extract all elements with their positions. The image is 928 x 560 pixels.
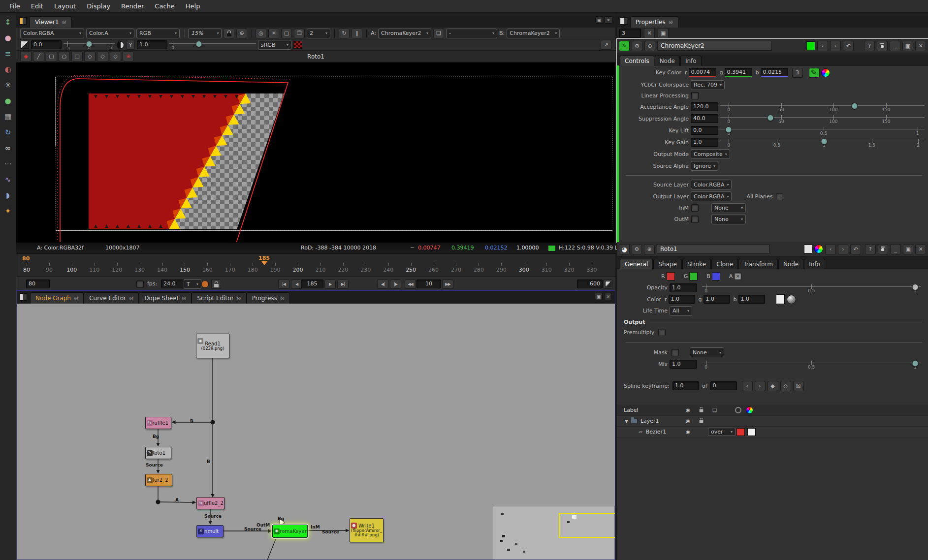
show-overlay-icon[interactable]: ▢ xyxy=(281,29,292,38)
downrez-dropdown[interactable]: 2▾ xyxy=(307,29,330,38)
pick-color-icon[interactable]: ✎ xyxy=(809,68,820,78)
prev-node-icon[interactable]: ‹ xyxy=(825,244,836,254)
source-alpha-dropdown[interactable]: Ignore▾ xyxy=(691,161,718,171)
red-channel-swatch[interactable] xyxy=(667,272,675,280)
close-icon[interactable]: ⊗ xyxy=(74,295,78,302)
close-icon[interactable]: ⊗ xyxy=(669,19,673,26)
viewer-settings-icon[interactable]: ✳ xyxy=(268,29,279,38)
key-color-b-field[interactable]: 0.0215 xyxy=(761,68,788,77)
set-spline-key-button[interactable]: ◆ xyxy=(768,381,778,391)
menu-edit[interactable]: Edit xyxy=(26,1,49,11)
close-icon[interactable]: ⊗ xyxy=(280,295,285,302)
clear-spline-key-button[interactable]: ◇ xyxy=(780,381,791,391)
all-planes-checkbox[interactable] xyxy=(776,193,783,200)
viewer-lut-dropdown[interactable]: sRGB▾ xyxy=(258,40,291,50)
slider-handle[interactable] xyxy=(726,126,732,133)
node-name-field[interactable]: ChromaKeyer2 xyxy=(657,41,772,51)
outm-checkbox[interactable] xyxy=(691,216,699,223)
expander-icon[interactable]: ▼ xyxy=(625,419,628,424)
outm-dropdown[interactable]: None▾ xyxy=(711,215,746,224)
node-unmult[interactable]: ×unmult xyxy=(196,525,224,537)
color-tools-icon[interactable]: ◐ xyxy=(1,63,14,75)
color-mode-button[interactable]: 3 xyxy=(792,68,803,78)
delete-spline-keys-button[interactable]: ☒ xyxy=(793,381,804,391)
dot-node[interactable] xyxy=(211,420,215,425)
tab-info[interactable]: Info xyxy=(680,56,702,66)
close-icon[interactable]: ⊗ xyxy=(129,295,133,302)
tab-viewer1[interactable]: Viewer1 ⊗ xyxy=(30,16,72,28)
tab-node-graph[interactable]: Node Graph⊗ xyxy=(30,292,84,304)
mask-dropdown[interactable]: None▾ xyxy=(690,347,724,357)
node-write1[interactable]: ●Write1(flipperAmiror_####.png) xyxy=(350,518,384,542)
tab-properties[interactable]: Properties ⊗ xyxy=(630,16,678,28)
fit-image-icon[interactable]: ⊕ xyxy=(236,29,247,38)
pause-icon[interactable]: ‖ xyxy=(352,29,362,38)
node-name-field[interactable]: Roto1 xyxy=(657,244,769,254)
views-tools-icon[interactable]: ∞ xyxy=(1,142,14,154)
pin-panel-icon[interactable]: ↗ xyxy=(601,40,611,50)
wipe-dropdown[interactable]: -▾ xyxy=(446,29,497,38)
roi-refresh-icon[interactable]: ↻ xyxy=(339,29,350,38)
layer-visibility-icon[interactable]: ◉ xyxy=(686,418,690,424)
wipe-mode-icon[interactable]: ❏ xyxy=(433,29,444,38)
key-gain-slider[interactable]: 00.511.52 xyxy=(720,137,925,148)
pane-menu-icon[interactable] xyxy=(620,17,627,25)
node-graph-canvas[interactable]: ◉Read1(0239.png)⇆Shuffle1✎Roto1▲Blur2_2⇆… xyxy=(17,304,615,560)
suppression-angle-field[interactable]: 40.0 xyxy=(691,114,718,123)
node-color-swatch[interactable] xyxy=(806,41,815,50)
prev-spline-key-button[interactable]: ‹ xyxy=(742,381,753,391)
blend-column-icon[interactable]: ❏ xyxy=(712,407,717,413)
zoom-lock-icon[interactable] xyxy=(224,29,234,38)
color-r-field[interactable]: 1.0 xyxy=(669,295,695,304)
slider-handle[interactable] xyxy=(768,115,774,121)
node-shuffle1[interactable]: ⇆Shuffle1 xyxy=(145,417,171,429)
current-frame-field[interactable]: 185 xyxy=(301,280,323,288)
shape-color-swatch[interactable] xyxy=(776,294,785,304)
fps-field[interactable]: 24.0 xyxy=(161,280,185,288)
clip-warning-icon[interactable]: ◎ xyxy=(256,29,266,38)
lock-range-icon[interactable] xyxy=(211,280,221,289)
gamma-slider[interactable]: 0 xyxy=(169,39,256,50)
gain-slider[interactable]: -505 xyxy=(64,39,115,50)
range-ramp-icon[interactable] xyxy=(603,280,613,289)
key-gain-field[interactable]: 1.0 xyxy=(691,138,718,147)
mix-slider[interactable]: 00.51 xyxy=(702,359,921,370)
acceptance-angle-field[interactable]: 120.0 xyxy=(691,102,718,111)
range-start-field[interactable]: 80 xyxy=(26,280,50,288)
tab-stroke[interactable]: Stroke xyxy=(682,259,711,269)
opacity-slider[interactable]: 00.51 xyxy=(702,282,921,293)
menu-layout[interactable]: Layout xyxy=(49,1,81,11)
key-color-g-field[interactable]: 0.3941 xyxy=(725,68,752,77)
add-channel-icon[interactable]: ⊕ xyxy=(644,41,655,51)
shape-red-swatch[interactable] xyxy=(736,428,745,436)
range-lock-icon[interactable] xyxy=(201,280,209,288)
tab-clone[interactable]: Clone xyxy=(711,259,738,269)
draw-tools-icon[interactable]: ● xyxy=(1,31,14,44)
hide-input-icon[interactable] xyxy=(877,41,888,51)
float-pane-icon[interactable]: ▣ xyxy=(595,293,603,300)
fwd-increment-button[interactable]: ▶▶ xyxy=(442,280,453,289)
lock-column-icon[interactable] xyxy=(699,406,704,414)
next-keyframe-button[interactable]: |▶ xyxy=(390,280,401,289)
a-input-dropdown[interactable]: ChromaKeyer2▾ xyxy=(378,29,431,38)
toolsets-icon[interactable]: ◗ xyxy=(1,189,14,201)
minimize-panel-icon[interactable]: _ xyxy=(890,41,900,51)
gear-icon[interactable]: ⚙ xyxy=(632,244,642,254)
acceptance-angle-slider[interactable]: 050100150 xyxy=(720,101,925,112)
color-b-field[interactable]: 1.0 xyxy=(738,295,765,304)
layer-dropdown[interactable]: Color.RGBA▾ xyxy=(20,29,84,38)
menu-file[interactable]: File xyxy=(4,1,26,11)
goto-start-button[interactable]: |◀ xyxy=(278,280,289,289)
slider-handle[interactable] xyxy=(86,41,93,47)
close-all-panels-icon[interactable]: ✕ xyxy=(644,28,655,38)
slider-handle[interactable] xyxy=(912,284,918,290)
node-chromakeyer[interactable]: ◉ChromaKeyer xyxy=(272,525,308,538)
blue-channel-swatch[interactable] xyxy=(712,272,720,280)
output-layer-dropdown[interactable]: Color.RGBA▾ xyxy=(691,191,732,201)
lifetime-dropdown[interactable]: All▾ xyxy=(670,306,692,316)
spline-count-field[interactable]: 0 xyxy=(710,381,737,390)
menu-display[interactable]: Display xyxy=(81,1,116,11)
prev-keyframe-button[interactable]: ◀| xyxy=(377,280,388,289)
key-lift-field[interactable]: 0.0 xyxy=(691,126,718,135)
overlay-column-icon[interactable] xyxy=(735,407,741,413)
